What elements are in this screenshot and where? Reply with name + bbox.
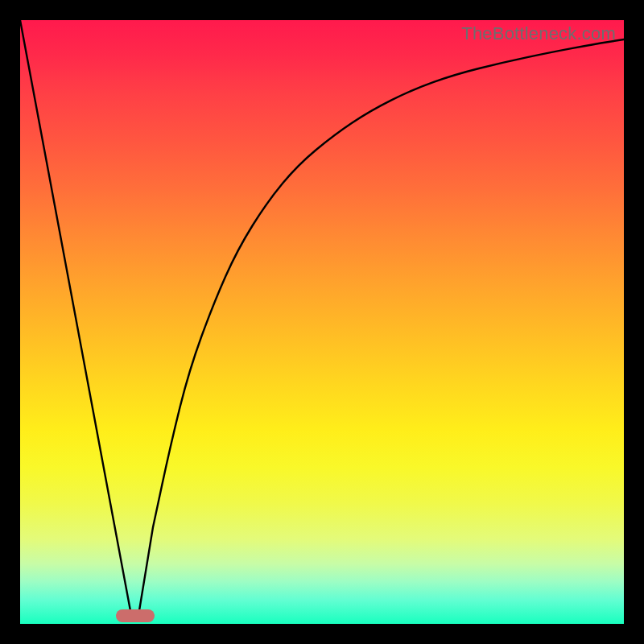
curve-svg [20,20,624,624]
curve-path [20,20,624,612]
minimum-marker [116,609,155,622]
chart-frame: TheBottleneck.com [0,0,644,644]
plot-area: TheBottleneck.com [20,20,624,624]
